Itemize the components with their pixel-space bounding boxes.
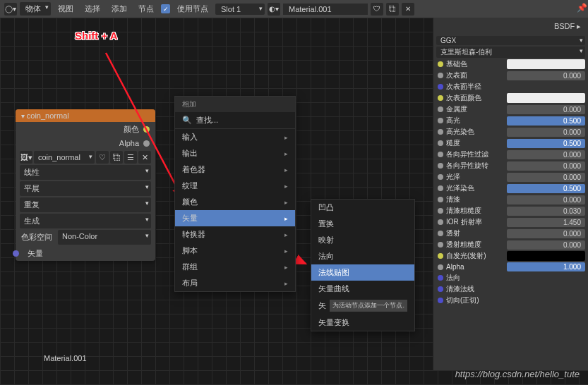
mode-dropdown[interactable]: 物体 bbox=[20, 2, 51, 16]
socket-dot[interactable] bbox=[438, 95, 443, 101]
socket-dot[interactable] bbox=[438, 61, 443, 67]
property-label: IOR 折射率 bbox=[446, 217, 504, 227]
source-dropdown[interactable]: 生成 bbox=[20, 214, 151, 228]
property-row: 各向异性旋转0.000 bbox=[433, 160, 588, 171]
property-value[interactable]: 0.000 bbox=[507, 161, 585, 171]
add-menu-item[interactable]: 群组 bbox=[175, 259, 295, 275]
add-menu-item[interactable]: 输出 bbox=[175, 145, 295, 161]
colorspace-dropdown[interactable]: Non-Color bbox=[58, 230, 151, 245]
subsurface-method-dropdown[interactable]: 克里斯坦森-伯利 bbox=[436, 47, 585, 58]
image-name-field[interactable]: coin_normal bbox=[34, 151, 95, 164]
socket-dot[interactable] bbox=[438, 208, 443, 214]
vector-submenu-item[interactable]: 置换 bbox=[311, 216, 414, 232]
socket-dot[interactable] bbox=[438, 275, 443, 281]
duplicate-icon[interactable]: ⿻ bbox=[386, 3, 399, 16]
property-value[interactable]: 0.500 bbox=[507, 116, 585, 126]
add-menu-item[interactable]: 颜色 bbox=[175, 194, 295, 210]
socket-dot[interactable] bbox=[438, 231, 443, 236]
top-toolbar: ◯▾ 物体 视图 选择 添加 节点 使用节点 Slot 1 ◐▾ Materia… bbox=[0, 0, 588, 18]
image-browse-icon[interactable]: 🖼▾ bbox=[20, 151, 32, 164]
add-menu-item[interactable]: 布局 bbox=[175, 275, 295, 291]
add-menu-item[interactable]: 着色器 bbox=[175, 161, 295, 178]
socket-dot[interactable] bbox=[438, 253, 443, 259]
menu-view[interactable]: 视图 bbox=[54, 2, 78, 16]
unlink-icon[interactable]: ♡ bbox=[96, 151, 109, 164]
editor-type-icon[interactable]: ◯▾ bbox=[4, 3, 17, 16]
property-row: 透射粗糙度0.000 bbox=[433, 239, 588, 250]
add-menu-item[interactable]: 脚本 bbox=[175, 243, 295, 259]
socket-dot[interactable] bbox=[438, 264, 443, 270]
socket-dot[interactable] bbox=[438, 140, 443, 146]
vector-socket[interactable] bbox=[13, 250, 19, 257]
property-value[interactable]: 1.450 bbox=[507, 218, 585, 227]
property-value[interactable]: 0.500 bbox=[507, 139, 585, 148]
socket-dot[interactable] bbox=[438, 185, 443, 191]
color-socket[interactable] bbox=[143, 126, 150, 133]
property-value[interactable]: 0.000 bbox=[507, 150, 585, 159]
menu-add[interactable]: 添加 bbox=[107, 2, 131, 16]
vector-submenu-item[interactable]: 矢量变换 bbox=[311, 314, 414, 331]
color-swatch[interactable] bbox=[507, 251, 585, 261]
socket-dot[interactable] bbox=[438, 174, 443, 180]
interp-dropdown[interactable]: 线性 bbox=[20, 165, 151, 180]
shield-icon[interactable]: 🛡 bbox=[371, 3, 383, 16]
socket-dot[interactable] bbox=[438, 242, 443, 248]
open-icon[interactable]: ☰ bbox=[124, 151, 137, 164]
search-icon: 🔍 bbox=[182, 116, 192, 125]
property-value[interactable]: 1.000 bbox=[507, 262, 585, 271]
pin-icon[interactable]: 📌 bbox=[577, 3, 587, 13]
add-menu-item[interactable]: 纹理 bbox=[175, 178, 295, 194]
socket-dot[interactable] bbox=[438, 118, 443, 123]
add-menu-item[interactable]: 转换器 bbox=[175, 226, 295, 243]
color-swatch[interactable] bbox=[507, 93, 585, 103]
menu-node[interactable]: 节点 bbox=[134, 2, 158, 16]
socket-dot[interactable] bbox=[438, 84, 443, 90]
socket-dot[interactable] bbox=[438, 286, 443, 292]
socket-dot[interactable] bbox=[438, 197, 443, 202]
remove-icon[interactable]: ✕ bbox=[138, 151, 151, 164]
property-value[interactable]: 0.500 bbox=[507, 184, 585, 193]
vector-submenu-item[interactable]: 矢为活动节点添加一个节点. bbox=[311, 297, 414, 314]
property-label: 基础色 bbox=[446, 59, 504, 69]
vector-submenu-item[interactable]: 法向 bbox=[311, 248, 414, 264]
color-swatch[interactable] bbox=[507, 59, 585, 69]
node-header[interactable]: ▾ coin_normal bbox=[16, 109, 155, 122]
property-value[interactable]: 0.000 bbox=[507, 229, 585, 238]
property-value[interactable]: 0.000 bbox=[507, 71, 585, 80]
material-name-field[interactable]: Material.001 bbox=[283, 4, 368, 15]
socket-dot[interactable] bbox=[438, 163, 443, 169]
material-path-label: Material.001 bbox=[44, 354, 87, 362]
property-label: 次表面半径 bbox=[446, 82, 504, 92]
distribution-dropdown[interactable]: GGX bbox=[436, 36, 585, 45]
add-menu-search[interactable]: 🔍查找... bbox=[175, 112, 295, 129]
projection-dropdown[interactable]: 平展 bbox=[20, 181, 151, 196]
image-texture-node[interactable]: ▾ coin_normal 颜色 Alpha 🖼▾ coin_normal ♡ … bbox=[16, 109, 155, 261]
slot-dropdown[interactable]: Slot 1 bbox=[215, 4, 265, 15]
vector-submenu-item[interactable]: 法线贴图 bbox=[311, 264, 414, 281]
socket-dot[interactable] bbox=[438, 106, 443, 112]
property-label: 透射 bbox=[446, 228, 504, 238]
property-value[interactable]: 0.000 bbox=[507, 195, 585, 204]
socket-dot[interactable] bbox=[438, 129, 443, 135]
material-browse-icon[interactable]: ◐▾ bbox=[268, 3, 280, 16]
socket-dot[interactable] bbox=[438, 73, 443, 78]
close-icon[interactable]: ✕ bbox=[402, 3, 414, 16]
alpha-socket[interactable] bbox=[143, 140, 150, 147]
vector-submenu-item[interactable]: 凹凸 bbox=[311, 200, 414, 216]
socket-dot[interactable] bbox=[438, 298, 443, 303]
socket-dot[interactable] bbox=[438, 219, 443, 225]
property-value[interactable]: 0.000 bbox=[507, 105, 585, 114]
add-menu-item[interactable]: 输入 bbox=[175, 129, 295, 145]
property-value[interactable]: 0.030 bbox=[507, 207, 585, 216]
socket-dot[interactable] bbox=[438, 152, 443, 157]
users-icon[interactable]: ⿻ bbox=[110, 151, 123, 164]
extension-dropdown[interactable]: 重复 bbox=[20, 197, 151, 212]
menu-select[interactable]: 选择 bbox=[80, 2, 104, 16]
add-menu-item[interactable]: 矢量 bbox=[175, 210, 295, 226]
property-value[interactable]: 0.000 bbox=[507, 173, 585, 182]
property-value[interactable]: 0.000 bbox=[507, 240, 585, 250]
vector-submenu-item[interactable]: 映射 bbox=[311, 232, 414, 248]
use-nodes-checkbox[interactable] bbox=[161, 4, 170, 13]
vector-submenu-item[interactable]: 矢量曲线 bbox=[311, 281, 414, 297]
property-value[interactable]: 0.000 bbox=[507, 128, 585, 137]
